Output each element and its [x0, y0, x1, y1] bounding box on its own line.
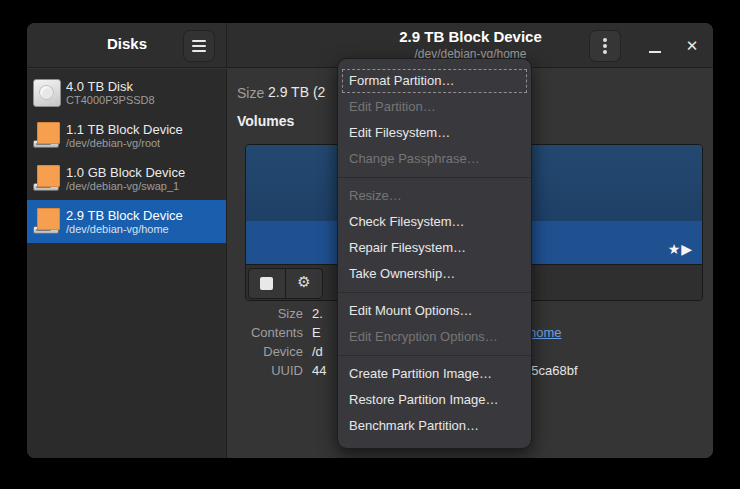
detail-uuid-label: UUID	[233, 363, 303, 378]
menu-item-check-filesystem[interactable]: Check Filesystem…	[338, 209, 531, 235]
device-name: 2.9 TB Block Device	[66, 208, 183, 223]
menu-item-benchmark-partition[interactable]: Benchmark Partition…	[338, 413, 531, 439]
device-name: 4.0 TB Disk	[66, 79, 155, 94]
device-sidebar: 4.0 TB Disk CT4000P3PSSD8 1.1 TB Block D…	[27, 69, 227, 458]
menu-item-take-ownership[interactable]: Take Ownership…	[338, 261, 531, 287]
star-icon: ★	[668, 241, 682, 257]
block-device-icon	[33, 164, 61, 194]
block-device-icon	[33, 121, 61, 151]
sidebar-item-home[interactable]: 2.9 TB Block Device /dev/debian-vg/home	[27, 200, 226, 243]
sidebar-item-root[interactable]: 1.1 TB Block Device /dev/debian-vg/root	[27, 114, 226, 157]
detail-device-label: Device	[233, 344, 303, 359]
device-path: /dev/debian-vg/home	[66, 223, 183, 236]
play-icon: ▶	[681, 241, 693, 257]
size-label: Size	[237, 85, 264, 101]
menu-separator	[338, 292, 531, 293]
close-button[interactable]: ✕	[677, 31, 707, 61]
drive-menu-button[interactable]	[589, 30, 621, 62]
device-path: CT4000P3PSSD8	[66, 94, 155, 107]
hamburger-icon	[192, 40, 206, 42]
minimize-button[interactable]	[640, 31, 670, 61]
menu-item-resize: Resize…	[338, 183, 531, 209]
block-device-icon	[33, 207, 61, 237]
unmount-button[interactable]	[248, 268, 286, 299]
device-path: /dev/debian-vg/root	[66, 137, 183, 150]
menu-separator	[338, 177, 531, 178]
volumes-heading: Volumes	[237, 113, 294, 129]
uuid-tail: 85ca68bf	[524, 363, 578, 378]
device-path: /dev/debian-vg/swap_1	[66, 180, 185, 193]
app-menu-button[interactable]	[183, 30, 215, 62]
menu-item-edit-partition: Edit Partition…	[338, 94, 531, 120]
partition-options-button[interactable]: ⚙	[285, 268, 323, 299]
menu-item-edit-filesystem[interactable]: Edit Filesystem…	[338, 120, 531, 146]
menu-item-format-partition[interactable]: Format Partition…	[341, 68, 528, 94]
harddisk-icon	[33, 79, 61, 107]
sidebar-item-swap[interactable]: 1.0 GB Block Device /dev/debian-vg/swap_…	[27, 157, 226, 200]
menu-item-edit-encryption-options: Edit Encryption Options…	[338, 324, 531, 350]
volume-context-menu: Format Partition… Edit Partition… Edit F…	[337, 58, 532, 449]
volume-badges: ★▶	[668, 241, 693, 257]
detail-size-label: Size	[233, 306, 303, 321]
minimize-icon	[649, 51, 661, 53]
detail-contents-label: Contents	[233, 325, 303, 340]
menu-item-restore-partition-image[interactable]: Restore Partition Image…	[338, 387, 531, 413]
menu-item-create-partition-image[interactable]: Create Partition Image…	[338, 361, 531, 387]
sidebar-item-disk[interactable]: 4.0 TB Disk CT4000P3PSSD8	[27, 71, 226, 114]
menu-item-edit-mount-options[interactable]: Edit Mount Options…	[338, 298, 531, 324]
stop-square-icon	[260, 277, 273, 290]
menu-item-repair-filesystem[interactable]: Repair Filesystem…	[338, 235, 531, 261]
kebab-icon	[603, 38, 607, 42]
menu-item-change-passphrase: Change Passphrase…	[338, 146, 531, 172]
size-value: 2.9 TB (2	[268, 84, 325, 100]
detail-device-value: /d	[312, 344, 323, 359]
headerbar-sidebar-section: Disks	[27, 23, 227, 68]
device-name: 1.1 TB Block Device	[66, 122, 183, 137]
device-name: 1.0 GB Block Device	[66, 165, 185, 180]
detail-uuid-value: 44	[312, 363, 326, 378]
mounted-at-home-link[interactable]: home	[529, 325, 562, 340]
gear-icon: ⚙	[286, 273, 322, 291]
detail-size-value: 2.	[312, 306, 323, 321]
detail-contents-value: E	[312, 325, 321, 340]
menu-separator	[338, 355, 531, 356]
